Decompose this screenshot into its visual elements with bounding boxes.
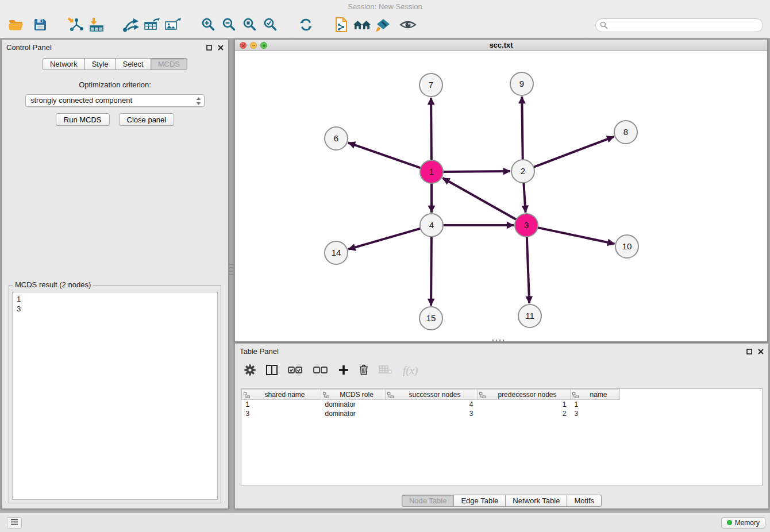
run-mcds-button[interactable]: Run MCDS (56, 113, 110, 126)
horizontal-splitter-handle[interactable] (492, 340, 505, 342)
vertical-splitter-handle[interactable] (229, 264, 234, 276)
column-header-label: name (590, 391, 607, 399)
graph-edge-2-9[interactable] (522, 97, 522, 160)
table-row[interactable]: 1dominator411 (242, 400, 620, 409)
table-settings-button[interactable] (244, 364, 256, 377)
svg-text:4: 4 (429, 220, 434, 230)
graph-edge-2-3[interactable] (523, 183, 525, 213)
column-header-predecessor-nodes[interactable]: predecessor nodes (478, 390, 571, 400)
column-sort-icon (244, 392, 250, 400)
memory-button[interactable]: Memory (721, 517, 765, 529)
float-panel-icon[interactable] (746, 348, 752, 356)
graph-edge-3-1[interactable] (442, 178, 516, 219)
tab-mcds[interactable]: MCDS (151, 58, 187, 70)
svg-text:7: 7 (429, 80, 433, 90)
zoom-out-button[interactable] (218, 15, 239, 36)
cell-successor-nodes[interactable]: 3 (386, 409, 478, 418)
graph-edge-2-8[interactable] (534, 137, 614, 167)
function-builder-button-disabled: f(x) (403, 364, 418, 377)
column-header-successor-nodes[interactable]: successor nodes (386, 390, 478, 400)
criterion-select[interactable]: strongly connected component (25, 94, 205, 107)
column-header-name[interactable]: name (571, 390, 620, 400)
column-header-label: MCDS role (340, 391, 374, 399)
graph-edge-1-6[interactable] (348, 142, 421, 168)
open-session-button[interactable] (6, 15, 26, 36)
cell-successor-nodes[interactable]: 4 (386, 400, 478, 409)
zoom-selected-button[interactable] (260, 15, 280, 36)
import-table-button[interactable] (86, 15, 107, 36)
delete-column-button[interactable] (359, 364, 368, 377)
new-network-button[interactable] (121, 15, 141, 36)
select-arrows-icon (196, 97, 201, 107)
cell-MCDS-role[interactable]: dominator (321, 409, 386, 418)
graph-edge-4-15[interactable] (431, 237, 432, 306)
cell-predecessor-nodes[interactable]: 2 (478, 409, 571, 418)
tab-network-table[interactable]: Network Table (505, 495, 567, 507)
table-row[interactable]: 3dominator323 (242, 409, 620, 418)
graph-node-9[interactable]: 9 (510, 72, 533, 95)
graph-edge-3-11[interactable] (527, 237, 529, 303)
graph-node-14[interactable]: 14 (325, 241, 348, 264)
add-column-button[interactable] (338, 365, 349, 377)
close-panel-button[interactable]: Close panel (119, 113, 175, 126)
cell-predecessor-nodes[interactable]: 1 (478, 400, 571, 409)
export-image-button[interactable] (162, 15, 183, 36)
status-bar: Memory (0, 512, 770, 532)
search-input[interactable] (595, 18, 763, 32)
column-header-shared-name[interactable]: shared name (242, 390, 321, 400)
tab-style[interactable]: Style (84, 58, 116, 70)
graph-node-10[interactable]: 10 (615, 235, 638, 258)
graph-edge-4-14[interactable] (348, 229, 421, 249)
cell-name[interactable]: 1 (571, 400, 620, 409)
close-panel-icon[interactable] (218, 44, 224, 52)
cell-name[interactable]: 3 (571, 409, 620, 418)
zoom-in-button[interactable] (198, 15, 218, 36)
mcds-result-list[interactable]: 1 3 (12, 292, 218, 500)
select-all-button[interactable] (288, 365, 303, 376)
maximize-window-icon[interactable] (260, 42, 267, 49)
tab-network[interactable]: Network (43, 58, 85, 70)
save-session-button[interactable] (30, 15, 51, 36)
refresh-layout-button[interactable] (295, 15, 316, 36)
tab-edge-table[interactable]: Edge Table (453, 495, 506, 507)
deselect-all-button[interactable] (313, 365, 328, 376)
minimize-window-icon[interactable] (250, 42, 257, 49)
graph-edge-1-7[interactable] (431, 98, 432, 160)
network-document-button[interactable] (331, 15, 352, 36)
table-toolbar: f(x) (244, 360, 418, 381)
gear-icon (244, 364, 256, 377)
graph-node-11[interactable]: 11 (518, 304, 541, 327)
graph-node-7[interactable]: 7 (419, 74, 442, 97)
show-details-button[interactable] (398, 15, 418, 36)
cell-MCDS-role[interactable]: dominator (321, 400, 386, 409)
cell-shared-name[interactable]: 3 (242, 409, 321, 418)
graph-edge-1-2[interactable] (443, 171, 510, 172)
network-window-titlebar[interactable]: scc.txt (235, 40, 767, 51)
close-window-icon[interactable] (240, 42, 247, 49)
network-canvas[interactable]: 7968124314101511 (235, 51, 767, 341)
tab-select[interactable]: Select (116, 58, 151, 70)
zoom-fit-button[interactable] (239, 15, 260, 36)
close-panel-icon[interactable] (758, 348, 764, 356)
graph-node-6[interactable]: 6 (325, 127, 348, 150)
window-titlebar: Session: New Session (0, 0, 770, 13)
graph-node-8[interactable]: 8 (614, 121, 637, 144)
graph-node-15[interactable]: 15 (419, 307, 442, 330)
graph-node-1[interactable]: 1 (420, 160, 443, 183)
graph-node-3[interactable]: 3 (515, 214, 538, 237)
neighbors-button[interactable] (352, 15, 372, 36)
import-network-button[interactable] (66, 15, 86, 36)
tab-motifs[interactable]: Motifs (567, 495, 602, 507)
graph-edge-3-10[interactable] (538, 228, 615, 244)
graph-node-4[interactable]: 4 (420, 214, 443, 237)
column-header-MCDS-role[interactable]: MCDS role (321, 390, 386, 400)
graph-node-2[interactable]: 2 (511, 160, 534, 183)
tab-node-table[interactable]: Node Table (402, 495, 455, 507)
status-menu-button[interactable] (7, 517, 22, 529)
export-table-button[interactable] (141, 15, 162, 36)
cell-shared-name[interactable]: 1 (242, 400, 321, 409)
show-columns-button[interactable] (266, 365, 278, 377)
apply-style-button[interactable] (372, 15, 393, 36)
svg-text:8: 8 (623, 127, 628, 137)
float-panel-icon[interactable] (206, 44, 212, 52)
